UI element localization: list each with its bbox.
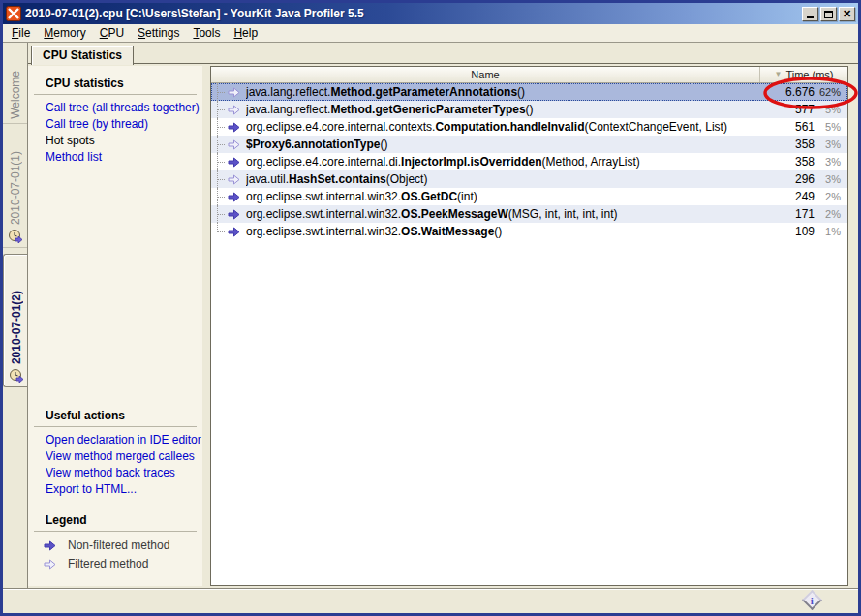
time-value: 358 [760,155,815,169]
cpu-statistics-sidebar: CPU statistics Call tree (all threads to… [28,66,202,586]
time-value: 171 [760,207,815,221]
legend-label: Filtered method [68,557,148,570]
method-name: org.eclipse.swt.internal.win32.OS.WaitMe… [246,225,760,238]
close-icon: ✕ [840,8,854,20]
time-value: 358 [760,138,815,151]
table-row[interactable]: org.eclipse.swt.internal.win32.OS.PeekMe… [211,205,847,223]
table-header: Name ▼Time (ms) [211,67,847,83]
maximize-button[interactable] [820,7,837,21]
app-window: 2010-07-01(2).cpu [C:\Users\Stefan] - Yo… [0,0,861,616]
action-links: Open declaration in IDE editorView metho… [28,431,202,497]
cpu-snapshot-icon [8,229,23,243]
table-row[interactable]: java.lang.reflect.Method.getParameterAnn… [211,83,847,101]
filtered-method-icon [228,87,240,98]
legend-title: Legend [28,510,202,530]
table-row[interactable]: java.util.HashSet.contains(Object)2963% [211,170,847,188]
menu-tools[interactable]: Tools [186,25,227,41]
session-tab-strip: Welcome2010-07-01(1)2010-07-01(2) [3,43,27,588]
table-row[interactable]: java.lang.reflect.Method.getGenericParam… [211,101,847,118]
action-view-method-back-traces[interactable]: View method back traces [28,464,202,480]
method-name: org.eclipse.swt.internal.win32.OS.PeekMe… [246,207,760,221]
non-filtered-method-icon [228,192,240,202]
menu-bar: FileMemoryCPUSettingsToolsHelp [3,24,858,43]
legend-label: Non-filtered method [68,539,169,552]
maximize-icon [824,11,833,18]
time-percent: 3% [815,139,847,150]
time-percent: 2% [815,208,847,220]
time-percent: 62% [815,86,847,98]
non-filtered-method-icon [228,209,240,220]
action-export-to-html[interactable]: Export to HTML... [28,480,202,497]
menu-settings[interactable]: Settings [131,25,186,41]
table-row[interactable]: $Proxy6.annotationType()3583% [211,136,847,153]
non-filtered-method-icon [44,540,56,551]
time-percent: 1% [815,226,847,237]
time-value: 577 [760,103,815,116]
tree-connector [211,136,228,153]
action-view-method-merged-callees[interactable]: View method merged callees [28,447,202,464]
filtered-method-icon [44,559,56,570]
time-percent: 5% [815,104,847,115]
menu-memory[interactable]: Memory [37,25,92,41]
menu-help[interactable]: Help [227,25,264,41]
time-percent: 2% [815,191,847,202]
status-bar: i [3,588,858,613]
divider [34,426,197,427]
tree-connector [211,188,228,205]
sidebar-view-call-tree-by-thread-[interactable]: Call tree (by thread) [28,115,202,132]
filtered-method-icon [228,139,240,150]
title-bar[interactable]: 2010-07-01(2).cpu [C:\Users\Stefan] - Yo… [3,3,858,24]
time-percent: 3% [815,156,847,168]
method-name: org.eclipse.e4.core.internal.contexts.Co… [246,120,760,134]
time-value: 296 [760,172,815,186]
yourkit-logo-icon [6,6,21,21]
close-button[interactable]: ✕ [839,7,855,21]
table-body: java.lang.reflect.Method.getParameterAnn… [211,83,847,240]
view-links: Call tree (all threads together)Call tre… [28,99,202,165]
method-name: java.lang.reflect.Method.getGenericParam… [246,103,760,116]
tree-connector [211,223,228,240]
session-tab-welcome[interactable]: Welcome [3,48,27,124]
action-open-declaration-in-ide-editor[interactable]: Open declaration in IDE editor [28,431,202,447]
sort-descending-icon: ▼ [774,67,782,82]
tree-connector [211,205,228,223]
info-icon[interactable]: i [802,590,822,610]
time-value: 109 [760,225,815,238]
session-tab-label: Welcome [9,71,22,119]
sidebar-view-hot-spots[interactable]: Hot spots [28,132,202,148]
session-tab-label: 2010-07-01(2) [10,291,23,364]
tab-cpu-statistics[interactable]: CPU Statistics [31,46,134,65]
minimize-button[interactable] [802,7,818,21]
column-header-time[interactable]: ▼Time (ms) [760,67,847,82]
menu-file[interactable]: File [5,25,37,41]
tree-connector [211,153,228,170]
table-row[interactable]: org.eclipse.e4.core.internal.di.Injector… [211,153,847,170]
table-row[interactable]: org.eclipse.swt.internal.win32.OS.GetDC(… [211,188,847,205]
cpu-snapshot-icon [9,368,24,383]
filtered-method-icon [228,105,240,115]
sidebar-view-method-list[interactable]: Method list [28,148,202,165]
session-tab-label: 2010-07-01(1) [9,151,22,225]
column-header-name[interactable]: Name [211,67,760,82]
legend-item-non-filtered-method: Non-filtered method [28,536,202,554]
table-row[interactable]: org.eclipse.swt.internal.win32.OS.WaitMe… [211,223,847,240]
time-value: 249 [760,190,815,203]
minimize-icon [807,15,814,18]
column-header-time-label: Time (ms) [785,67,833,82]
session-tab-2010-07-01-2-[interactable]: 2010-07-01(2) [3,254,28,387]
sidebar-view-call-tree-all-threads-together-[interactable]: Call tree (all threads together) [28,99,202,115]
time-value: 6.676 [760,85,815,99]
filtered-method-icon [228,174,240,185]
tree-connector [211,170,228,188]
tree-connector [211,101,228,118]
window-title: 2010-07-01(2).cpu [C:\Users\Stefan] - Yo… [25,7,802,20]
method-name: $Proxy6.annotationType() [246,138,760,151]
method-name: org.eclipse.e4.core.internal.di.Injector… [246,155,760,169]
tree-connector [211,83,228,101]
time-percent: 3% [815,173,847,185]
tree-connector [211,118,228,136]
session-tab-2010-07-01-1-[interactable]: 2010-07-01(1) [3,130,27,248]
menu-cpu[interactable]: CPU [93,25,131,41]
table-row[interactable]: org.eclipse.e4.core.internal.contexts.Co… [211,118,847,136]
legend-item-filtered-method: Filtered method [28,554,202,572]
